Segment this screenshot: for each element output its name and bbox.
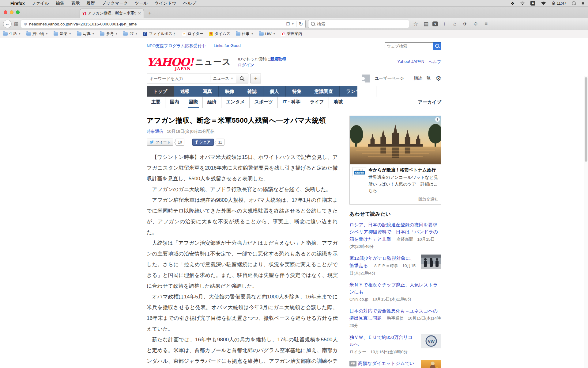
nav-tab-ranking[interactable]: ランキング bbox=[340, 86, 376, 97]
yahoo-japan-logo[interactable]: YAHOO! JAPAN bbox=[147, 56, 193, 68]
dropbox-icon[interactable]: ❖ bbox=[511, 1, 514, 6]
keyword-search-box[interactable]: ニュース▼ bbox=[147, 74, 236, 83]
bookmark-times[interactable]: 営タイムズ bbox=[209, 31, 230, 36]
zoom-window-button[interactable] bbox=[16, 10, 20, 14]
nav-tab-feature[interactable]: 特集 bbox=[286, 86, 308, 97]
subscriptions-link[interactable]: 購読一覧 bbox=[414, 76, 431, 81]
subnav-region[interactable]: 地域 bbox=[329, 97, 347, 108]
menu-tools[interactable]: ツール bbox=[135, 1, 148, 6]
browser-search-bar[interactable] bbox=[308, 20, 409, 28]
minimize-window-button[interactable] bbox=[10, 10, 13, 14]
bookmark-folder-hw[interactable]: HW▼ bbox=[259, 32, 276, 36]
bookmark-folder-reference[interactable]: 参考▼ bbox=[100, 31, 118, 36]
send-tab-icon[interactable]: ✈ bbox=[461, 21, 469, 27]
url-bar[interactable]: ⊕ ❐ ▼ ↻ bbox=[21, 20, 306, 28]
yahoo-japan-link[interactable]: Yahoo! JAPAN bbox=[398, 59, 424, 65]
pocket-icon[interactable]: ∨ bbox=[432, 21, 438, 26]
keyword-input[interactable] bbox=[149, 76, 210, 81]
subnav-entertainment[interactable]: エンタメ bbox=[221, 97, 249, 108]
menu-edit[interactable]: 編集 bbox=[56, 1, 64, 6]
pr-ad-link[interactable]: 高額なダイエットジムでいいの？｜完全個室であの有名ジムの1／3の料金。2か月で-… bbox=[349, 361, 415, 368]
subnav-sports[interactable]: スポーツ bbox=[249, 97, 277, 108]
service-name-news[interactable]: ニュース bbox=[195, 56, 231, 67]
reload-icon[interactable]: ↻ bbox=[296, 21, 303, 27]
menu-window[interactable]: ウインドウ bbox=[154, 1, 176, 6]
user-page-link[interactable]: ユーザーページ bbox=[375, 76, 404, 81]
article-source-link[interactable]: 時事通信 bbox=[147, 129, 163, 134]
hamburger-menu-icon[interactable]: ≡ bbox=[482, 21, 490, 27]
reader-mode-icon[interactable]: ❐ bbox=[286, 22, 290, 26]
wifi-icon[interactable] bbox=[541, 1, 546, 5]
subnav-international[interactable]: 国際 bbox=[184, 97, 202, 108]
bookmark-star-icon[interactable]: ☆ bbox=[412, 21, 420, 27]
nav-tab-top[interactable]: トップ bbox=[147, 86, 174, 97]
close-tab-icon[interactable]: ✕ bbox=[138, 11, 141, 16]
subnav-domestic[interactable]: 国内 bbox=[165, 97, 184, 108]
back-button[interactable]: ← bbox=[3, 20, 12, 28]
related-item-link[interactable]: 独ＶＷ、ＥＵで約850万台リコールへ bbox=[349, 335, 417, 347]
list-item[interactable]: VW 独ＶＷ、ＥＵで約850万台リコールへ ロイター 10月16日(金)0時0分 bbox=[349, 334, 441, 355]
new-tab-button[interactable]: ＋ bbox=[147, 9, 153, 17]
nav-tab-photo[interactable]: 写真 bbox=[196, 86, 219, 97]
list-item[interactable]: ロシア、日本の記憶遺産登録の撤回を要求 シベリア抑留資料で 日本は「パンドラの箱… bbox=[349, 221, 441, 250]
add-search-button[interactable]: ＋ bbox=[251, 74, 261, 83]
bookmark-folder-photo[interactable]: 写真▼ bbox=[77, 31, 95, 36]
npo-program-link[interactable]: NPO支援プログラム応募受付中 bbox=[147, 43, 206, 49]
web-search-button[interactable] bbox=[433, 42, 441, 50]
bookmark-reuters[interactable]: ⁘ロイター bbox=[182, 31, 203, 36]
news-search-button[interactable] bbox=[236, 74, 248, 83]
list-item[interactable]: 日本の対応で資金難悪化も＝ユネスコへの拠出見直し問題 時事通信 10月15日(木… bbox=[349, 307, 441, 329]
close-window-button[interactable] bbox=[4, 10, 7, 14]
site-identity-globe-icon[interactable]: ⊕ bbox=[24, 21, 27, 26]
url-input[interactable] bbox=[29, 22, 284, 26]
archive-link[interactable]: アーカイブ bbox=[418, 99, 441, 105]
spotlight-icon[interactable] bbox=[572, 1, 576, 6]
web-search-input[interactable] bbox=[385, 42, 433, 50]
signup-link[interactable]: 新規取得 bbox=[270, 57, 286, 61]
menu-bookmarks[interactable]: ブックマーク bbox=[102, 1, 128, 6]
menu-history[interactable]: 履歴 bbox=[86, 1, 95, 6]
browser-tab[interactable]: Y! アフガン撤収、断念＝米軍5... ✕ bbox=[80, 9, 144, 18]
nav-tab-personal[interactable]: 個人 bbox=[263, 86, 286, 97]
bookmark-folder-life[interactable]: 生活▼ bbox=[3, 31, 21, 36]
list-item[interactable]: 豪12歳少年がテロ監視対象に、衝撃走る ＡＦＰ＝時事 10月15日(木)21時4… bbox=[349, 255, 441, 276]
bookmark-transit[interactable]: Y!乗換案内 bbox=[281, 31, 302, 36]
links-for-good-link[interactable]: Links for Good bbox=[214, 43, 241, 49]
subnav-economy[interactable]: 経済 bbox=[202, 97, 221, 108]
extension-smiley-icon[interactable]: ☺ bbox=[472, 21, 480, 27]
browser-search-input[interactable] bbox=[317, 22, 406, 26]
menu-view[interactable]: 表示 bbox=[71, 1, 80, 6]
gear-icon[interactable]: ⚙ bbox=[435, 75, 441, 82]
menu-app-name[interactable]: Firefox bbox=[10, 1, 25, 6]
search-scope-dropdown[interactable]: ニュース▼ bbox=[210, 75, 233, 82]
ad-info-icon[interactable]: i bbox=[435, 117, 440, 122]
subnav-life[interactable]: ライフ bbox=[305, 97, 329, 108]
bookmark-folder-27[interactable]: 27▼ bbox=[123, 32, 138, 36]
bookmark-filepost[interactable]: Fファイルポスト bbox=[143, 31, 176, 36]
menubar-clock[interactable]: 金 11:47 bbox=[552, 1, 566, 6]
user-avatar[interactable] bbox=[362, 75, 370, 82]
hotspot-icon[interactable] bbox=[520, 1, 525, 6]
tab-groups-icon[interactable]: ▦ bbox=[14, 21, 18, 27]
bookmark-folder-shopping[interactable]: 買い物▼ bbox=[26, 31, 48, 36]
facebook-share-button[interactable]: f シェア bbox=[192, 139, 213, 146]
subnav-main[interactable]: 主要 bbox=[147, 97, 165, 108]
bookmark-folder-music[interactable]: 音楽▼ bbox=[54, 31, 71, 36]
reading-list-icon[interactable]: ▤ bbox=[422, 21, 430, 27]
ad-title[interactable]: 今からが最適！格安ベトナム旅行 bbox=[368, 167, 438, 173]
menu-file[interactable]: ファイル bbox=[32, 1, 49, 6]
input-source-icon[interactable]: A bbox=[530, 1, 535, 6]
help-link[interactable]: ヘルプ bbox=[429, 59, 441, 65]
login-link[interactable]: ログイン bbox=[238, 63, 254, 67]
nav-tab-video[interactable]: 映像 bbox=[219, 86, 241, 97]
list-item[interactable]: 米ＮＹで相次ぐチップ廃止、人気レストランにも CNN.co.jp 10月15日(… bbox=[349, 281, 441, 303]
subnav-it-science[interactable]: IT・科学 bbox=[277, 97, 305, 108]
ad-description[interactable]: 世界遺産のアンコールワットなど見所いっぱい！人気のツアー詳細はこちら bbox=[368, 174, 438, 194]
tweet-button[interactable]: ツイート bbox=[147, 139, 173, 146]
nav-tab-poll[interactable]: 意識調査 bbox=[308, 86, 340, 97]
page-scrollbar[interactable] bbox=[584, 76, 588, 368]
urlbar-dropdown-icon[interactable]: ▼ bbox=[292, 22, 294, 25]
home-icon[interactable]: ⌂ bbox=[451, 21, 459, 27]
notification-center-icon[interactable]: ≡ bbox=[582, 1, 584, 6]
menu-help[interactable]: ヘルプ bbox=[183, 1, 196, 6]
